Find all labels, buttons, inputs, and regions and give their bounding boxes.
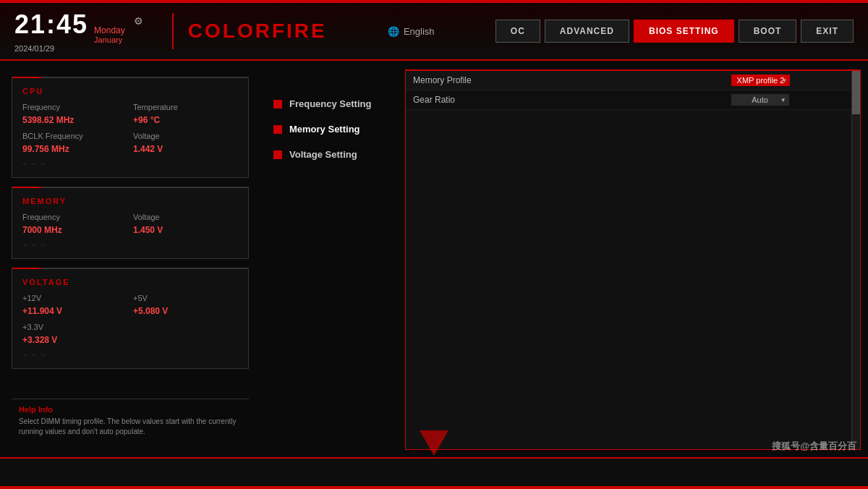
memory-card-title: MEMORY (22, 197, 238, 205)
help-section: Help Info Select DIMM timing profile. Th… (12, 399, 249, 443)
voltage-indicator (273, 150, 282, 159)
voltage-card-title: VOLTAGE (22, 278, 238, 286)
nav-exit-button[interactable]: EXIT (801, 20, 854, 43)
nav-buttons: OC ADVANCED BIOS SETTING BOOT EXIT (495, 20, 854, 43)
cpu-voltage-label: Voltage (133, 132, 238, 140)
memory-table: Memory ProfileXMP profile 2Gear RatioAut… (406, 71, 860, 110)
row-name: Memory Profile (406, 71, 655, 90)
v5-value: +5.080 V (133, 306, 168, 316)
v33-value: +3.328 V (22, 335, 57, 345)
v5-label: +5V (133, 294, 238, 302)
memory-setting-label: Memory Setting (289, 124, 360, 135)
memory-voltage-value: 1.450 V (133, 225, 163, 235)
language-label: English (404, 26, 435, 37)
memory-frequency-label: Frequency (22, 213, 127, 221)
row-name: Gear Ratio (406, 90, 655, 110)
memory-voltage-label: Voltage (133, 213, 238, 221)
cpu-voltage-value: 1.442 V (133, 144, 163, 154)
scroll-thumb[interactable] (852, 71, 860, 114)
row-current-value (655, 71, 723, 90)
cpu-voltage-item: Voltage 1.442 V (133, 132, 238, 155)
date-display: 2024/01/29 (14, 44, 143, 53)
header-divider (172, 13, 174, 49)
memory-frequency-value: 7000 MHz (22, 225, 62, 235)
cpu-temperature-item: Temperature +96 °C (133, 103, 238, 126)
row-current-value (655, 90, 723, 110)
v33-label: +3.3V (22, 323, 127, 331)
value-box[interactable]: Auto (731, 94, 789, 106)
table-row[interactable]: Memory ProfileXMP profile 2 (406, 71, 860, 90)
frequency-setting-label: Frequency Setting (289, 98, 371, 109)
menu-frequency-setting[interactable]: Frequency Setting (268, 91, 398, 116)
right-panel: Memory ProfileXMP profile 2Gear RatioAut… (405, 62, 868, 457)
cpu-frequency-value: 5398.62 MHz (22, 115, 74, 125)
voltage-card: VOLTAGE +12V +11.904 V +5V +5.080 V +3.3… (12, 268, 249, 369)
v12-value: +11.904 V (22, 306, 62, 316)
cpu-bclk-value: 99.756 MHz (22, 144, 69, 154)
v12-item: +12V +11.904 V (22, 294, 127, 317)
cpu-card-title: CPU (22, 87, 238, 95)
memory-table-container: Memory ProfileXMP profile 2Gear RatioAut… (405, 69, 861, 450)
month-name: January (94, 35, 125, 44)
row-setting-value[interactable]: XMP profile 2 (724, 71, 860, 90)
triangle-decoration (420, 430, 448, 456)
memory-card: MEMORY Frequency 7000 MHz Voltage 1.450 … (12, 187, 249, 259)
help-text: Select DIMM timing profile. The below va… (19, 417, 242, 437)
cpu-bclk-label: BCLK Frequency (22, 132, 127, 140)
cpu-frequency-label: Frequency (22, 103, 127, 111)
cpu-frequency-item: Frequency 5398.62 MHz (22, 103, 127, 126)
help-title: Help Info (19, 405, 242, 414)
header-center: 🌐 English (327, 26, 495, 37)
globe-icon: 🌐 (388, 26, 399, 37)
v5-item: +5V +5.080 V (133, 294, 238, 317)
v12-label: +12V (22, 294, 127, 302)
middle-panel: Frequency Setting Memory Setting Voltage… (260, 62, 405, 457)
memory-indicator (273, 125, 282, 134)
brand-logo: COLORFIRE (188, 20, 327, 43)
cpu-temperature-value: +96 °C (133, 115, 160, 125)
watermark: 搜狐号@含量百分百 (772, 440, 856, 453)
scroll-bar[interactable] (851, 71, 860, 449)
header-time-section: 21:45 Monday January ⚙ 2024/01/29 (14, 9, 143, 53)
nav-bios-setting-button[interactable]: BIOS SETTING (634, 20, 734, 43)
cpu-bclk-item: BCLK Frequency 99.756 MHz (22, 132, 127, 155)
cpu-card: CPU Frequency 5398.62 MHz Temperature +9… (12, 77, 249, 178)
logo-color-text: COLORFIRE (188, 20, 327, 42)
voltage-setting-label: Voltage Setting (289, 149, 357, 160)
nav-oc-button[interactable]: OC (495, 20, 540, 43)
nav-boot-button[interactable]: BOOT (739, 20, 797, 43)
gear-icon[interactable]: ⚙ (134, 15, 143, 27)
menu-memory-setting[interactable]: Memory Setting (268, 116, 398, 142)
row-setting-value[interactable]: Auto (724, 90, 860, 110)
bottom-border (0, 486, 868, 489)
memory-voltage-item: Voltage 1.450 V (133, 213, 238, 236)
language-selector[interactable]: 🌐 English (388, 26, 435, 37)
table-row[interactable]: Gear RatioAuto (406, 90, 860, 110)
memory-frequency-item: Frequency 7000 MHz (22, 213, 127, 236)
nav-advanced-button[interactable]: ADVANCED (545, 20, 629, 43)
main-content: CPU Frequency 5398.62 MHz Temperature +9… (0, 62, 868, 457)
v33-item: +3.3V +3.328 V (22, 323, 127, 346)
value-box[interactable]: XMP profile 2 (731, 75, 791, 86)
frequency-indicator (273, 100, 282, 109)
status-bar (0, 457, 868, 486)
menu-voltage-setting[interactable]: Voltage Setting (268, 142, 398, 167)
header: 21:45 Monday January ⚙ 2024/01/29 COLORF… (0, 3, 868, 61)
clock-display: 21:45 (14, 9, 88, 40)
left-panel: CPU Frequency 5398.62 MHz Temperature +9… (0, 62, 260, 457)
cpu-temperature-label: Temperature (133, 103, 238, 111)
day-name: Monday (94, 25, 125, 35)
